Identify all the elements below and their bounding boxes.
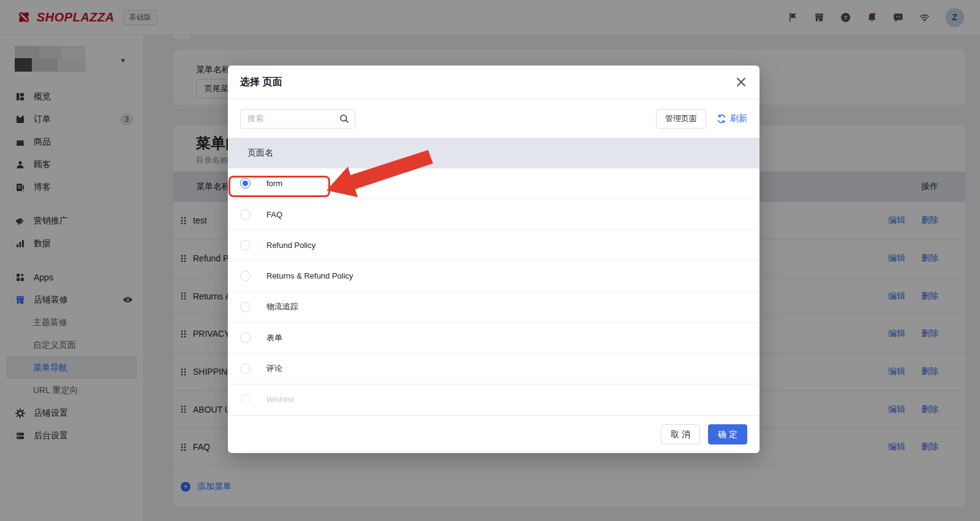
- page-option-label: form: [266, 179, 282, 188]
- page-option-label: 表单: [266, 332, 282, 343]
- modal-toolbar: 管理页面 刷新: [228, 99, 760, 138]
- confirm-button[interactable]: 确 定: [708, 424, 747, 444]
- radio-unselected[interactable]: [240, 364, 251, 374]
- search-box: [240, 109, 355, 129]
- page-list: form FAQ Refund Policy Returns & Refund …: [228, 168, 760, 415]
- page-option[interactable]: Returns & Refund Policy: [228, 261, 760, 291]
- refresh-label: 刷新: [730, 113, 747, 124]
- radio-unselected[interactable]: [240, 209, 251, 220]
- refresh-button[interactable]: 刷新: [717, 113, 747, 124]
- page-option[interactable]: 物流追踪: [228, 292, 760, 323]
- modal-header: 选择 页面: [228, 66, 760, 99]
- page-option[interactable]: 表单: [228, 323, 760, 353]
- search-input[interactable]: [240, 109, 355, 129]
- radio-unselected[interactable]: [240, 394, 251, 405]
- modal-footer: 取 消 确 定: [228, 415, 760, 453]
- page-name-column: 页面名: [247, 148, 273, 159]
- page-option[interactable]: Refund Policy: [228, 230, 760, 261]
- app-window: SHOPLAZZA 基础版 ?: [0, 0, 980, 521]
- select-page-modal: 选择 页面 管理页面 刷新 页面名: [228, 66, 760, 453]
- radio-selected[interactable]: [240, 178, 251, 189]
- close-icon[interactable]: [735, 76, 747, 88]
- radio-unselected[interactable]: [240, 332, 251, 343]
- page-option-label: Returns & Refund Policy: [266, 271, 353, 280]
- page-option-form[interactable]: form: [228, 168, 760, 199]
- page-option-label: 评论: [266, 363, 282, 374]
- modal-title: 选择 页面: [240, 76, 282, 89]
- page-list-header: 页面名: [228, 138, 760, 168]
- cancel-button[interactable]: 取 消: [661, 424, 700, 444]
- page-option-label: 物流追踪: [266, 301, 298, 312]
- radio-unselected[interactable]: [240, 302, 251, 312]
- page-option-label: Wishlist: [266, 395, 294, 404]
- search-icon[interactable]: [339, 113, 350, 124]
- page-option-label: Refund Policy: [266, 241, 315, 250]
- manage-pages-button[interactable]: 管理页面: [656, 109, 706, 129]
- page-option-clipped[interactable]: Wishlist: [228, 384, 760, 415]
- page-option[interactable]: FAQ: [228, 199, 760, 230]
- radio-unselected[interactable]: [240, 271, 251, 281]
- page-option[interactable]: 评论: [228, 353, 760, 384]
- radio-unselected[interactable]: [240, 240, 251, 250]
- page-option-label: FAQ: [266, 210, 282, 219]
- refresh-icon: [717, 114, 726, 124]
